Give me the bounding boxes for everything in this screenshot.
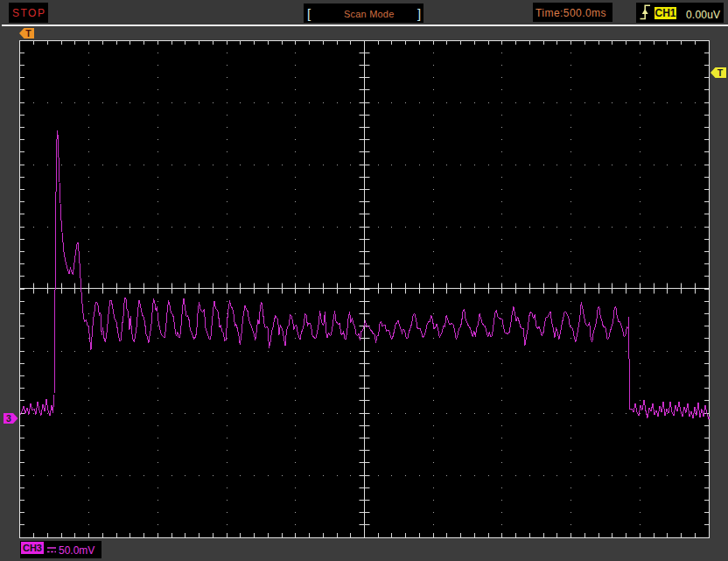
svg-text:T: T: [718, 67, 724, 78]
svg-text:T: T: [25, 28, 32, 39]
svg-text:3: 3: [6, 413, 11, 424]
